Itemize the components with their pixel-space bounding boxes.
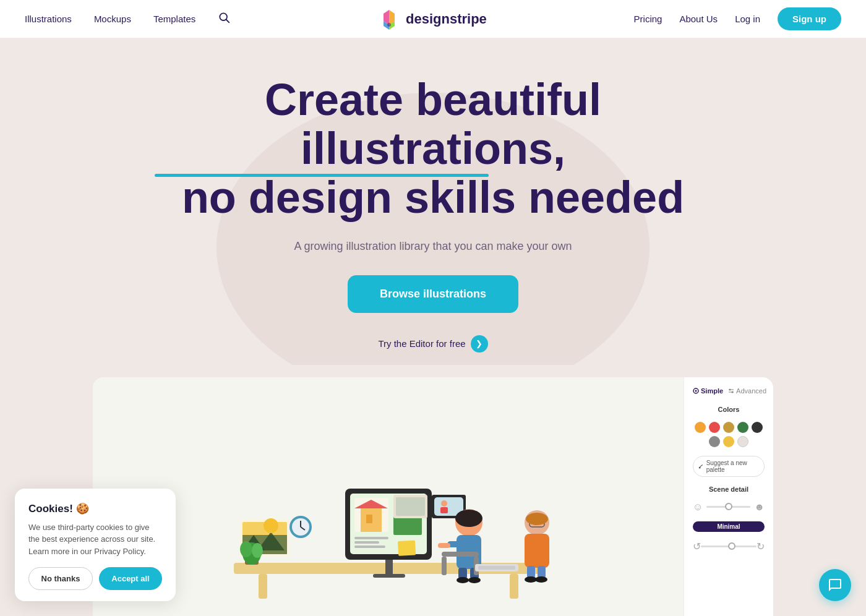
suggest-palette-button[interactable]: Suggest a new palette xyxy=(693,456,765,477)
svg-rect-52 xyxy=(442,557,447,575)
hero-headline-line2: no design skills needed xyxy=(182,173,684,222)
svg-point-75 xyxy=(732,391,734,393)
svg-rect-59 xyxy=(527,566,535,578)
search-icon[interactable] xyxy=(218,11,230,27)
sidebar-tabs: Simple Advanced xyxy=(693,387,765,395)
browse-illustrations-button[interactable]: Browse illustrations xyxy=(348,275,518,313)
minimal-badge: Minimal xyxy=(693,521,765,532)
nav-link-templates[interactable]: Templates xyxy=(153,14,195,24)
svg-rect-65 xyxy=(478,566,515,570)
cookie-buttons: No thanks Accept all xyxy=(28,567,162,590)
svg-rect-51 xyxy=(442,552,479,557)
preview-main xyxy=(93,377,684,616)
hero-illustration xyxy=(209,408,568,606)
try-editor-label: Try the Editor for free xyxy=(378,338,465,349)
color-swatches xyxy=(693,422,765,447)
svg-rect-58 xyxy=(525,534,549,568)
undo-icon[interactable]: ↺ xyxy=(693,541,701,552)
arrow-circle-icon: ❯ xyxy=(471,335,488,353)
color-dot-orange[interactable] xyxy=(695,422,706,433)
svg-point-6 xyxy=(387,23,391,27)
color-dot-black[interactable] xyxy=(752,422,763,433)
svg-rect-25 xyxy=(354,545,385,548)
no-thanks-button[interactable]: No thanks xyxy=(28,567,93,590)
tab-advanced-label: Advanced xyxy=(736,387,766,395)
slider-thumb[interactable] xyxy=(725,503,732,510)
svg-point-62 xyxy=(535,576,547,583)
nav-right: Pricing About Us Log in Sign up xyxy=(634,7,841,30)
brand-name: designstripe xyxy=(406,11,487,27)
tab-simple[interactable]: Simple xyxy=(693,387,723,395)
action-icons-row: ↺ ↻ xyxy=(693,541,765,552)
try-editor-link[interactable]: Try the Editor for free ❯ xyxy=(378,335,487,353)
nav-link-about[interactable]: About Us xyxy=(679,14,718,24)
tab-advanced[interactable]: Advanced xyxy=(728,387,766,395)
svg-point-40 xyxy=(441,500,447,507)
color-dot-green[interactable] xyxy=(737,422,748,433)
svg-rect-41 xyxy=(440,507,448,513)
nav-link-illustrations[interactable]: Illustrations xyxy=(25,14,72,24)
color-dot-yellow[interactable] xyxy=(723,436,734,447)
color-dot-gold[interactable] xyxy=(723,422,734,433)
slider-track[interactable] xyxy=(706,506,750,508)
cookie-text: We use third-party cookies to give the b… xyxy=(28,521,162,558)
svg-point-50 xyxy=(468,577,481,583)
second-slider-track[interactable] xyxy=(701,545,757,547)
advanced-icon xyxy=(728,388,734,394)
chat-icon xyxy=(828,578,842,592)
brand-logo[interactable]: designstripe xyxy=(377,7,487,31)
redo-icon[interactable]: ↻ xyxy=(757,541,765,552)
hero-headline-line1: Create beautiful illustrations, xyxy=(155,75,711,173)
hero-content: Create beautiful illustrations, no desig… xyxy=(142,38,724,365)
svg-point-69 xyxy=(252,543,263,558)
chat-button[interactable] xyxy=(819,569,851,601)
hero-section: Create beautiful illustrations, no desig… xyxy=(0,0,866,365)
scene-detail-slider: ☺ ☻ xyxy=(693,502,765,513)
svg-point-57 xyxy=(526,513,548,525)
svg-rect-9 xyxy=(510,574,518,599)
accept-all-button[interactable]: Accept all xyxy=(99,567,162,590)
svg-rect-17 xyxy=(366,515,372,523)
preview-sidebar: Simple Advanced Colors Sugg xyxy=(684,377,773,616)
svg-point-71 xyxy=(695,390,697,391)
svg-point-31 xyxy=(264,518,278,533)
nav-link-pricing[interactable]: Pricing xyxy=(634,14,662,24)
color-dot-light[interactable] xyxy=(737,436,748,447)
svg-rect-60 xyxy=(538,566,546,578)
color-dot-red[interactable] xyxy=(709,422,720,433)
svg-rect-24 xyxy=(354,541,379,544)
svg-point-68 xyxy=(240,541,252,557)
svg-rect-23 xyxy=(354,537,388,539)
svg-rect-11 xyxy=(373,574,405,578)
nav-link-login[interactable]: Log in xyxy=(735,14,760,24)
logo-icon xyxy=(377,7,401,31)
colors-label: Colors xyxy=(693,406,765,413)
preview-card: Simple Advanced Colors Sugg xyxy=(93,377,773,616)
svg-rect-37 xyxy=(396,497,425,516)
hero-headline: Create beautiful illustrations, no desig… xyxy=(155,75,711,223)
svg-rect-63 xyxy=(398,540,416,555)
simple-icon xyxy=(693,388,699,394)
svg-point-44 xyxy=(455,510,482,527)
slider-max-icon: ☻ xyxy=(754,502,765,513)
hero-subtext: A growing illustration library that you … xyxy=(155,240,711,253)
cookie-title: Cookies! 🍪 xyxy=(28,502,162,515)
color-dot-gray[interactable] xyxy=(709,436,720,447)
tab-simple-label: Simple xyxy=(701,387,723,395)
nav-left: Illustrations Mockups Templates xyxy=(25,11,230,27)
nav-link-mockups[interactable]: Mockups xyxy=(94,14,131,24)
signup-button[interactable]: Sign up xyxy=(778,7,841,30)
suggest-palette-label: Suggest a new palette xyxy=(706,460,759,473)
cookie-banner: Cookies! 🍪 We use third-party cookies to… xyxy=(15,489,176,602)
svg-rect-8 xyxy=(259,574,267,599)
svg-point-74 xyxy=(729,388,731,390)
slider-min-icon: ☺ xyxy=(693,502,703,513)
svg-point-76 xyxy=(699,466,701,468)
svg-line-1 xyxy=(226,20,229,23)
navbar: Illustrations Mockups Templates designst… xyxy=(0,0,866,38)
svg-point-49 xyxy=(457,577,469,583)
scene-detail-label: Scene detail xyxy=(693,486,765,493)
second-slider-thumb[interactable] xyxy=(728,542,735,550)
svg-rect-46 xyxy=(438,543,450,548)
brush-icon xyxy=(698,463,704,469)
